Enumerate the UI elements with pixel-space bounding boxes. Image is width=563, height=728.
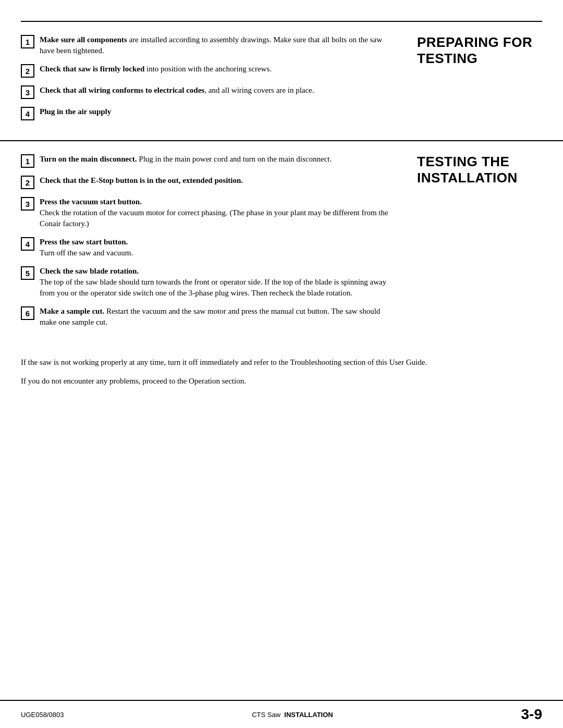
step-body-testing-1: Turn on the main disconnect. Plug in the… bbox=[40, 154, 391, 165]
step-num-preparing-4: 4 bbox=[21, 107, 34, 120]
step-testing-1: 1 Turn on the main disconnect. Plug in t… bbox=[21, 154, 391, 168]
step-body-testing-5: Check the saw blade rotation.The top of … bbox=[40, 266, 391, 299]
step-body-testing-2: Check that the E-Stop button is in the o… bbox=[40, 175, 391, 186]
section-preparing-content: 1 Make sure all components are installed… bbox=[21, 34, 407, 128]
step-num-testing-3: 3 bbox=[21, 197, 34, 211]
step-num-testing-1: 1 bbox=[21, 154, 34, 168]
page: 1 Make sure all components are installed… bbox=[0, 0, 563, 728]
step-body-preparing-3: Check that all wiring conforms to electr… bbox=[40, 85, 391, 96]
testing-heading: Testing the Installation bbox=[417, 154, 542, 186]
footer-center: CTS Saw Installation bbox=[252, 711, 333, 719]
step-testing-6: 6 Make a sample cut. Restart the vacuum … bbox=[21, 306, 391, 328]
step-num-preparing-1: 1 bbox=[21, 35, 34, 48]
extra-text: If the saw is not working properly at an… bbox=[0, 357, 563, 394]
step-body-testing-6: Make a sample cut. Restart the vacuum an… bbox=[40, 306, 391, 328]
step-testing-3: 3 Press the vacuum start button.Check th… bbox=[21, 196, 391, 229]
step-body-testing-4: Press the saw start button.Turn off the … bbox=[40, 237, 391, 258]
step-preparing-1: 1 Make sure all components are installed… bbox=[21, 34, 391, 56]
step-body-preparing-4: Plug in the air supply bbox=[40, 106, 391, 117]
section-preparing-title: Preparing for Testing bbox=[407, 34, 542, 128]
step-body-preparing-2: Check that saw is firmly locked into pos… bbox=[40, 64, 391, 75]
step-num-preparing-2: 2 bbox=[21, 64, 34, 78]
footer-right: 3-9 bbox=[521, 706, 542, 723]
step-num-testing-4: 4 bbox=[21, 237, 34, 251]
testing-heading-line1: Testing the bbox=[417, 154, 509, 169]
step-num-preparing-3: 3 bbox=[21, 85, 34, 99]
section-testing: 1 Turn on the main disconnect. Plug in t… bbox=[0, 141, 563, 348]
step-num-testing-2: 2 bbox=[21, 176, 34, 189]
preparing-heading-line1: Preparing for bbox=[417, 34, 532, 50]
step-num-testing-5: 5 bbox=[21, 266, 34, 280]
step-body-testing-3: Press the vacuum start button.Check the … bbox=[40, 196, 391, 229]
footer-left: UGE058/0803 bbox=[21, 711, 64, 719]
extra-para-2: If you do not encounter any problems, pr… bbox=[21, 376, 542, 387]
step-testing-4: 4 Press the saw start button.Turn off th… bbox=[21, 237, 391, 258]
section-preparing: 1 Make sure all components are installed… bbox=[0, 22, 563, 141]
preparing-heading: Preparing for Testing bbox=[417, 34, 542, 67]
testing-heading-line2: Installation bbox=[417, 170, 518, 186]
step-preparing-2: 2 Check that saw is firmly locked into p… bbox=[21, 64, 391, 78]
step-testing-5: 5 Check the saw blade rotation.The top o… bbox=[21, 266, 391, 299]
footer: UGE058/0803 CTS Saw Installation 3-9 bbox=[0, 700, 563, 728]
section-testing-title: Testing the Installation bbox=[407, 154, 542, 335]
extra-para-1: If the saw is not working properly at an… bbox=[21, 357, 542, 368]
footer-center-bold: Installation bbox=[284, 711, 333, 719]
step-body-preparing-1: Make sure all components are installed a… bbox=[40, 34, 391, 56]
step-preparing-3: 3 Check that all wiring conforms to elec… bbox=[21, 85, 391, 99]
section-testing-content: 1 Turn on the main disconnect. Plug in t… bbox=[21, 154, 407, 335]
step-num-testing-6: 6 bbox=[21, 306, 34, 320]
preparing-heading-line2: Testing bbox=[417, 51, 478, 66]
step-preparing-4: 4 Plug in the air supply bbox=[21, 106, 391, 120]
step-testing-2: 2 Check that the E-Stop button is in the… bbox=[21, 175, 391, 189]
